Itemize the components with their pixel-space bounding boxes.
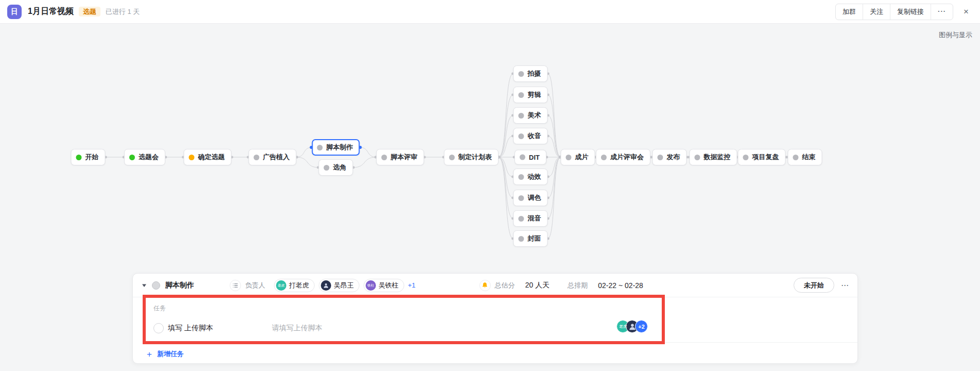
flow-edge <box>498 157 513 218</box>
node-status-dot <box>189 155 195 160</box>
panel-more-icon[interactable]: ··· <box>841 282 849 289</box>
flow-node-ad-insert[interactable]: 广告植入 <box>249 149 297 165</box>
flow-edge <box>548 157 561 218</box>
task-row[interactable]: 填写 上传脚本 请填写上传脚本 老虎+2 <box>153 322 849 335</box>
add-task-label: 新增任务 <box>157 349 184 359</box>
avatar-text: 老虎 <box>619 325 627 329</box>
status-button[interactable]: 未开始 <box>794 278 834 293</box>
node-label: 广告植入 <box>263 153 290 162</box>
owner-chip[interactable]: 老虎打老虎 <box>274 279 315 292</box>
flow-edge <box>548 157 561 198</box>
flow-node-sound[interactable]: 收音 <box>513 128 548 144</box>
node-status-dot <box>658 155 663 160</box>
node-status-dot <box>743 155 749 160</box>
node-status-dot <box>519 174 524 180</box>
flow-edge <box>498 157 513 198</box>
node-status-dot <box>520 155 525 160</box>
copy-link-button[interactable]: 复制链接 <box>890 4 931 20</box>
node-status-dot <box>519 216 524 222</box>
flow-node-art[interactable]: 美术 <box>513 107 548 124</box>
flow-node-plan[interactable]: 制定计划表 <box>444 149 498 165</box>
estimate-label: 总估分 <box>495 281 515 290</box>
node-label: 确定选题 <box>198 153 225 162</box>
flow-node-mixing[interactable]: 混音 <box>513 210 548 227</box>
node-status-dot <box>449 155 455 160</box>
flow-node-motion[interactable]: 动效 <box>513 168 548 185</box>
owner-chip[interactable]: 铁柱吴铁柱 <box>364 279 404 292</box>
flow-edge <box>297 157 319 167</box>
bell-icon <box>479 280 491 291</box>
owners-more-count[interactable]: +1 <box>408 281 416 289</box>
close-icon[interactable]: × <box>959 6 973 18</box>
node-status-dot <box>519 71 524 77</box>
project-icon-glyph: 日 <box>11 7 18 16</box>
task-description-placeholder[interactable]: 请填写上传脚本 <box>272 324 322 333</box>
flow-node-retrospective[interactable]: 项目复盘 <box>738 149 786 165</box>
owner-name: 打老虎 <box>289 281 309 290</box>
assignees-more-count[interactable]: +2 <box>635 320 648 333</box>
node-label: 成片评审会 <box>610 153 644 162</box>
flow-node-shoot[interactable]: 拍摄 <box>513 65 548 82</box>
node-label: 混音 <box>528 214 541 223</box>
top-bar: 日 1月日常视频 选题 已进行 1 天 加群 关注 复制链接 ··· × <box>0 0 980 24</box>
flow-node-script-review[interactable]: 脚本评审 <box>376 149 424 165</box>
stage-status-circle[interactable] <box>152 281 160 290</box>
flow-edge <box>498 157 513 177</box>
flow-node-monitoring[interactable]: 数据监控 <box>690 149 737 165</box>
collapse-caret-icon[interactable] <box>141 282 147 289</box>
legend-display-toggle[interactable]: 图例与显示 <box>939 30 972 40</box>
flow-edge <box>498 136 513 157</box>
avatar-text: 老虎 <box>278 283 284 287</box>
more-actions-icon[interactable]: ··· <box>931 4 953 20</box>
flow-node-final-cut[interactable]: 成片 <box>561 149 595 165</box>
flow-node-grading[interactable]: 调色 <box>513 190 548 206</box>
node-label: 脚本评审 <box>391 153 418 162</box>
flow-node-start[interactable]: 开始 <box>71 149 106 165</box>
owner-chip[interactable]: 吴昂王 <box>319 279 359 292</box>
flow-edge <box>548 95 561 157</box>
owner-label: 负责人 <box>245 281 265 290</box>
flow-node-publish[interactable]: 发布 <box>652 149 687 165</box>
topbar-actions: 加群 关注 复制链接 ··· × <box>835 4 973 20</box>
page-title: 1月日常视频 <box>28 6 74 17</box>
flow-node-confirm-topic[interactable]: 确定选题 <box>184 149 232 165</box>
avatar-text: 铁柱 <box>367 283 374 287</box>
add-task-button[interactable]: + 新增任务 <box>147 349 849 359</box>
node-label: 脚本制作 <box>326 143 353 152</box>
flow-edge <box>548 115 561 157</box>
flow-node-end[interactable]: 结束 <box>788 149 822 165</box>
node-status-dot <box>324 165 330 171</box>
task-checkbox[interactable] <box>153 323 164 333</box>
flow-node-cover[interactable]: 封面 <box>513 230 548 247</box>
stage-badge: 选题 <box>79 7 100 16</box>
node-label: 选角 <box>333 163 347 172</box>
node-status-dot <box>695 155 700 160</box>
flow-edge <box>548 157 561 239</box>
flow-node-script[interactable]: 脚本制作 <box>312 139 360 156</box>
node-status-dot <box>317 145 323 150</box>
stage-header-row: 脚本制作 负责人 老虎打老虎吴昂王铁柱吴铁柱 +1 总估分 20 人天 总排期 … <box>133 274 857 297</box>
node-status-dot <box>519 92 524 98</box>
node-label: 结束 <box>802 153 816 162</box>
flow-node-final-review[interactable]: 成片评审会 <box>596 149 650 165</box>
flow-node-dit[interactable]: DIT <box>514 150 546 165</box>
stage-title: 脚本制作 <box>165 281 194 290</box>
join-group-button[interactable]: 加群 <box>836 4 863 20</box>
avatar: 铁柱 <box>366 280 376 291</box>
node-status-dot <box>382 155 387 160</box>
task-name[interactable]: 填写 上传脚本 <box>168 324 272 333</box>
flow-edge <box>548 74 561 157</box>
flow-node-edit[interactable]: 剪辑 <box>513 87 548 103</box>
owner-list-icon <box>230 280 241 291</box>
node-label: 拍摄 <box>528 69 541 78</box>
flow-edge <box>360 147 376 157</box>
node-label: 收音 <box>528 131 541 141</box>
flow-edge <box>353 157 376 167</box>
node-status-dot <box>519 195 524 201</box>
follow-button[interactable]: 关注 <box>863 4 890 20</box>
flow-node-casting[interactable]: 选角 <box>319 159 353 176</box>
task-assignees[interactable]: 老虎+2 <box>616 320 648 333</box>
flow-node-topic-meeting[interactable]: 选题会 <box>124 149 165 165</box>
node-label: 发布 <box>667 153 680 162</box>
schedule-label: 总排期 <box>568 281 588 290</box>
